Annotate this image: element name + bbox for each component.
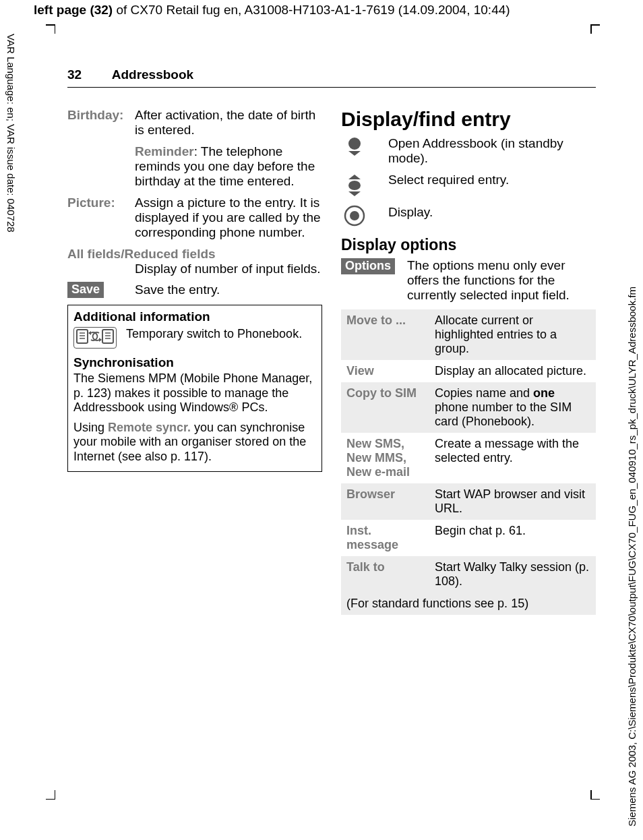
opt-instmsg-label: Inst. message [341, 520, 429, 556]
info-box-title: Additional information [73, 309, 316, 324]
opt-view-desc: Display an allocated picture. [429, 360, 596, 382]
left-column: Birthday: After activation, the date of … [67, 108, 322, 615]
svg-point-10 [348, 138, 361, 150]
opt-talkto-label: Talk to [341, 556, 429, 593]
opt-newmsg-label: New SMS, New MMS, New e-mail [341, 433, 429, 483]
picture-text: Assign a picture to the entry. It is dis… [135, 196, 322, 240]
allfields-text: Display of number of input fields. [135, 262, 322, 276]
opt-newmsg-desc: Create a message with the selected entry… [429, 433, 596, 483]
svg-marker-5 [99, 338, 102, 342]
nav-center-icon [341, 205, 368, 227]
opt-view-label: View [341, 360, 429, 382]
save-text: Save the entry. [135, 282, 220, 297]
sync-title: Synchronisation [73, 355, 316, 370]
options-intro-text: The options menu only ever offers the fu… [407, 258, 596, 303]
opt-browser-desc: Start WAP browser and visit URL. [429, 483, 596, 520]
display-options-heading: Display options [341, 236, 596, 254]
svg-marker-11 [348, 151, 361, 156]
svg-marker-14 [348, 191, 361, 196]
select-entry-text: Select required entry. [388, 173, 509, 187]
table-row: New SMS, New MMS, New e-mail Create a me… [341, 433, 596, 483]
crop-mark [43, 24, 55, 36]
table-row: View Display an allocated picture. [341, 360, 596, 382]
table-row: Talk to Start Walky Talky session (p. 10… [341, 556, 596, 593]
table-row: Copy to SIM Copies name and one phone nu… [341, 382, 596, 433]
table-row: Browser Start WAP browser and visit URL. [341, 483, 596, 520]
options-softkey: Options [341, 258, 395, 274]
crop-mark [590, 787, 603, 800]
svg-marker-12 [348, 175, 361, 179]
nav-down-icon [341, 136, 368, 156]
svg-rect-0 [77, 330, 88, 343]
svg-point-13 [348, 181, 361, 190]
crop-mark [43, 787, 55, 800]
allfields-label: All fields/Reduced fields [67, 247, 322, 262]
right-margin-text: Siemens AG 2003, C:\Siemens\Produkte\CX7… [626, 287, 638, 827]
display-find-heading: Display/find entry [341, 108, 596, 131]
print-header-bold: left page (32) [34, 3, 113, 17]
nav-updown-icon [341, 173, 368, 198]
display-text: Display. [388, 205, 433, 220]
phonebook-switch-text: Temporary switch to Phonebook. [126, 327, 302, 342]
reminder-label: Reminder [135, 144, 194, 158]
crop-mark [590, 24, 603, 36]
picture-label: Picture: [67, 196, 135, 210]
opt-moveto-desc: Allocate current or highlighted entries … [429, 309, 596, 360]
table-row: Inst. message Begin chat p. 61. [341, 520, 596, 556]
running-header: 32 Addressbook [67, 67, 596, 85]
opt-moveto-label: Move to ... [341, 309, 429, 360]
sync-p1: The Siemens MPM (Mobile Phone Manager, p… [73, 371, 316, 415]
svg-point-16 [350, 211, 359, 220]
svg-marker-4 [88, 331, 91, 335]
options-footnote: (For standard functions see p. 15) [341, 593, 596, 615]
svg-rect-6 [102, 330, 113, 343]
section-title: Addressbook [112, 67, 193, 82]
birthday-text: After activation, the date of birth is e… [135, 108, 322, 138]
print-header: left page (32) of CX70 Retail fug en, A3… [34, 3, 510, 18]
options-table: Move to ... Allocate current or highligh… [341, 309, 596, 593]
print-header-rest: of CX70 Retail fug en, A31008-H7103-A1-1… [113, 3, 510, 17]
sync-p2a: Using [73, 421, 108, 434]
page-number: 32 [67, 67, 82, 82]
remote-syncr-label: Remote syncr. [108, 421, 191, 434]
left-margin-text: VAR Language: en; VAR issue date: 040728 [5, 34, 17, 233]
opt-copysim-label: Copy to SIM [341, 382, 429, 433]
open-addressbook-text: Open Addressbook (in standby mode). [388, 136, 596, 166]
right-column: Display/find entry Open Addressbook (in … [341, 108, 596, 615]
opt-copysim-desc: Copies name and one phone number to the … [429, 382, 596, 433]
opt-instmsg-desc: Begin chat p. 61. [429, 520, 596, 556]
info-box: Additional information [67, 305, 322, 472]
phonebook-switch-icon [73, 327, 117, 349]
save-softkey: Save [67, 282, 104, 298]
opt-browser-label: Browser [341, 483, 429, 520]
birthday-label: Birthday: [67, 108, 135, 123]
table-row: Move to ... Allocate current or highligh… [341, 309, 596, 360]
opt-talkto-desc: Start Walky Talky session (p. 108). [429, 556, 596, 593]
